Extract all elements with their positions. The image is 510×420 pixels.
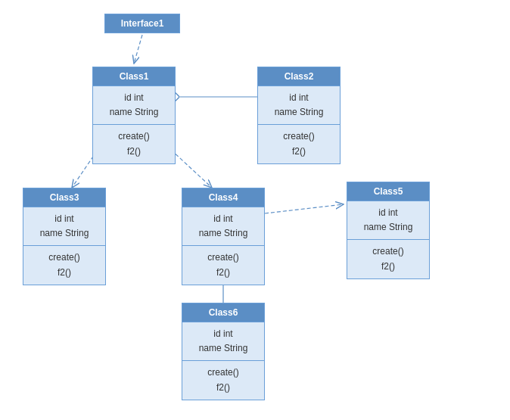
class2-methods: create() f2() bbox=[258, 124, 340, 163]
class3-box: Class3 id int name String create() f2() bbox=[23, 188, 106, 285]
class4-box: Class4 id int name String create() f2() bbox=[182, 188, 265, 285]
class2-header: Class2 bbox=[258, 67, 340, 86]
class5-methods: create() f2() bbox=[347, 239, 429, 278]
class4-header: Class4 bbox=[182, 188, 264, 207]
class5-fields: id int name String bbox=[347, 201, 429, 239]
class1-field-id: id int bbox=[101, 91, 167, 105]
class6-box: Class6 id int name String create() f2() bbox=[182, 303, 265, 400]
class2-field-name: name String bbox=[266, 105, 332, 120]
class5-field-id: id int bbox=[355, 206, 421, 220]
class4-class5-line bbox=[265, 204, 344, 213]
class6-methods: create() f2() bbox=[182, 360, 264, 399]
class2-method-f2: f2() bbox=[266, 145, 332, 159]
class3-header: Class3 bbox=[23, 188, 105, 207]
interface1-box: Interface1 bbox=[104, 14, 180, 33]
interface1-class1-line bbox=[134, 35, 142, 64]
class5-method-f2: f2() bbox=[355, 260, 421, 274]
class4-field-id: id int bbox=[190, 212, 257, 226]
class1-header: Class1 bbox=[93, 67, 175, 86]
class3-field-name: name String bbox=[31, 226, 98, 241]
class3-fields: id int name String bbox=[23, 207, 105, 245]
class2-fields: id int name String bbox=[258, 86, 340, 124]
class4-method-f2: f2() bbox=[190, 266, 257, 280]
class2-method-create: create() bbox=[266, 129, 332, 144]
class5-field-name: name String bbox=[355, 220, 421, 235]
class6-field-id: id int bbox=[190, 327, 257, 341]
class4-method-create: create() bbox=[190, 250, 257, 265]
class6-method-f2: f2() bbox=[190, 381, 257, 395]
class6-header: Class6 bbox=[182, 303, 264, 322]
class5-box: Class5 id int name String create() f2() bbox=[347, 182, 430, 279]
class1-fields: id int name String bbox=[93, 86, 175, 124]
class1-field-name: name String bbox=[101, 105, 167, 120]
class1-method-create: create() bbox=[101, 129, 167, 144]
class1-box: Class1 id int name String create() f2() bbox=[92, 67, 176, 164]
class1-method-f2: f2() bbox=[101, 145, 167, 159]
class2-box: Class2 id int name String create() f2() bbox=[257, 67, 341, 164]
class2-field-id: id int bbox=[266, 91, 332, 105]
class6-fields: id int name String bbox=[182, 322, 264, 360]
class3-field-id: id int bbox=[31, 212, 98, 226]
diagram-container: Interface1 Class1 id int name String cre… bbox=[0, 0, 510, 420]
class4-methods: create() f2() bbox=[182, 245, 264, 284]
interface1-header: Interface1 bbox=[105, 14, 179, 33]
class1-methods: create() f2() bbox=[93, 124, 175, 163]
class6-method-create: create() bbox=[190, 366, 257, 380]
class4-field-name: name String bbox=[190, 226, 257, 241]
class3-methods: create() f2() bbox=[23, 245, 105, 284]
class4-fields: id int name String bbox=[182, 207, 264, 245]
class5-method-create: create() bbox=[355, 244, 421, 259]
class5-header: Class5 bbox=[347, 182, 429, 201]
class3-method-f2: f2() bbox=[31, 266, 98, 280]
class3-method-create: create() bbox=[31, 250, 98, 265]
class6-field-name: name String bbox=[190, 341, 257, 356]
